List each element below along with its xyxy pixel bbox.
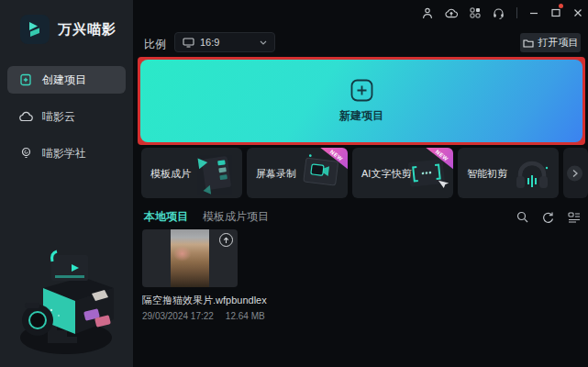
ratio-value: 16:9 xyxy=(200,37,254,48)
card-label: 模板成片 xyxy=(150,166,191,180)
project-item[interactable]: 隔空撸猫效果片.wfpbundlex 29/03/2024 17:22 12.6… xyxy=(142,229,241,321)
maximize-icon[interactable] xyxy=(551,6,561,19)
user-icon[interactable] xyxy=(422,6,433,19)
app-title: 万兴喵影 xyxy=(58,21,116,39)
card-label: 智能初剪 xyxy=(467,166,507,180)
headset-icon[interactable] xyxy=(493,6,505,19)
headphones-art xyxy=(507,151,557,195)
new-project-label: 新建项目 xyxy=(339,108,383,124)
open-project-label: 打开项目 xyxy=(538,36,579,50)
ratio-dropdown[interactable]: 16:9 xyxy=(174,32,275,52)
search-icon[interactable] xyxy=(516,211,528,223)
projects-tools xyxy=(516,211,581,223)
card-template-video[interactable]: 模板成片 xyxy=(141,148,242,198)
sidebar-item-academy[interactable]: 喵影学社 xyxy=(7,139,126,167)
chevron-down-icon xyxy=(260,40,267,45)
cloud-upload-icon[interactable] xyxy=(219,233,233,247)
sort-icon[interactable] xyxy=(568,212,581,223)
app-logo-icon xyxy=(20,15,50,44)
tab-template-projects[interactable]: 模板成片项目 xyxy=(203,209,269,225)
sidebar-item-cloud[interactable]: 喵影云 xyxy=(7,103,126,130)
project-date: 29/03/2024 17:22 xyxy=(142,311,214,321)
project-thumbnail[interactable] xyxy=(142,229,238,287)
sidebar-illustration xyxy=(11,231,121,360)
cloud-icon xyxy=(18,111,33,122)
project-meta: 29/03/2024 17:22 12.64 MB xyxy=(142,311,241,321)
card-carousel-next[interactable] xyxy=(563,148,588,198)
plus-icon xyxy=(350,79,373,102)
card-ai-text-cut[interactable]: NEW AI文字快剪 xyxy=(352,148,453,198)
sidebar: 万兴喵影 创建项目 喵影云 喵影学社 xyxy=(0,0,133,367)
app-logo-row: 万兴喵影 xyxy=(20,15,116,44)
card-label: AI文字快剪 xyxy=(361,166,411,180)
quick-action-cards: 模板成片 NEW 屏幕录制 xyxy=(141,148,588,198)
cat-video-thumbnail xyxy=(171,229,209,287)
sidebar-menu: 创建项目 喵影云 喵影学社 xyxy=(7,66,126,167)
sidebar-item-label: 喵影云 xyxy=(42,109,75,125)
bulb-icon xyxy=(18,147,33,160)
tab-local-projects[interactable]: 本地项目 xyxy=(144,209,188,225)
project-size: 12.64 MB xyxy=(226,311,265,321)
new-project-banner[interactable]: 新建项目 xyxy=(140,60,582,142)
refresh-icon[interactable] xyxy=(542,211,554,223)
folder-icon xyxy=(523,39,534,48)
clapperboard-art xyxy=(189,151,240,195)
grid-icon[interactable] xyxy=(470,6,481,19)
card-label: 屏幕录制 xyxy=(256,166,296,180)
sidebar-item-create-project[interactable]: 创建项目 xyxy=(7,66,126,94)
chevron-right-icon xyxy=(567,165,582,181)
open-project-button[interactable]: 打开项目 xyxy=(520,33,581,52)
titlebar-divider xyxy=(516,7,517,18)
card-smart-cut[interactable]: 智能初剪 xyxy=(458,148,559,198)
project-name: 隔空撸猫效果片.wfpbundlex xyxy=(142,294,241,307)
update-dot xyxy=(559,4,563,8)
card-screen-record[interactable]: NEW 屏幕录制 xyxy=(247,148,348,198)
titlebar xyxy=(422,5,582,21)
new-project-banner-highlight: 新建项目 xyxy=(138,57,585,145)
sidebar-item-label: 创建项目 xyxy=(42,72,86,88)
close-icon[interactable] xyxy=(572,6,582,19)
ratio-label: 比例 xyxy=(144,37,166,52)
cloud-upload-icon[interactable] xyxy=(445,6,458,19)
monitor-icon xyxy=(183,38,194,48)
sidebar-item-label: 喵影学社 xyxy=(42,146,86,161)
minimize-icon[interactable] xyxy=(529,6,539,19)
file-plus-icon xyxy=(18,73,33,86)
projects-header: 本地项目 模板成片项目 xyxy=(144,209,581,225)
